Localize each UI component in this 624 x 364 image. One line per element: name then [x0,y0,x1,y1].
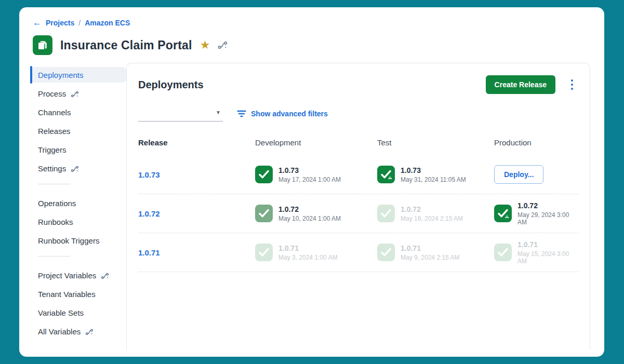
sidebar-item-runbook-triggers[interactable]: Runbook Triggers [30,233,126,248]
deployment-status-icon [494,205,512,222]
release-link[interactable]: 1.0.73 [138,170,255,179]
deployment-version: 1.0.71 [278,244,337,252]
deployment-status-icon [255,205,273,222]
create-release-button[interactable]: Create Release [486,75,555,94]
filter-row: ▼ Show advanced filters [138,108,578,122]
sidebar-item-triggers[interactable]: Triggers [30,142,126,157]
sidebar-item-project-variables[interactable]: Project Variables [30,267,126,283]
back-arrow-icon[interactable]: ← [33,18,42,27]
version-control-branch-icon [71,91,79,98]
version-control-branch-icon [101,273,109,279]
sidebar-item-label: Channels [38,108,71,117]
deployment-version: 1.0.71 [517,240,578,249]
show-advanced-filters[interactable]: Show advanced filters [237,110,328,118]
breadcrumb-current-link[interactable]: Amazon ECS [85,19,130,27]
development-cell[interactable]: 1.0.73May 17, 2024 1:00 AM [255,166,377,183]
production-cell[interactable]: 1.0.71May 15, 2024 3:00 AM [494,240,578,265]
deployment-date: May 29, 2024 3:00 AM [517,211,578,226]
sidebar-item-settings[interactable]: Settings [30,160,126,176]
app-frame: { "colors": { "frame_teal": "#0a7f93", "… [0,0,624,364]
version-control-branch-icon [71,166,79,172]
sidebar-divider [38,184,70,184]
filter-icon [237,110,246,117]
kebab-menu-icon[interactable] [569,77,575,92]
column-header-development: Development [255,138,377,147]
environment-select[interactable]: ▼ [138,108,223,122]
sidebar-item-operations[interactable]: Operations [30,195,126,211]
column-header-production: Production [494,138,578,147]
deployment-status-icon [255,244,273,261]
deployment-date: May 3, 2024 1:00 AM [278,254,337,261]
sidebar-item-all-variables[interactable]: All Variables [30,323,126,339]
deployment-status-icon [377,205,395,222]
deployment-date: May 9, 2024 2:15 AM [401,254,459,261]
deployment-date: May 31, 2024 11:05 AM [401,176,466,183]
development-cell[interactable]: 1.0.71May 3, 2024 1:00 AM [255,244,377,261]
deploy-button[interactable]: Deploy... [494,165,543,184]
test-cell[interactable]: 1.0.71May 9, 2024 2:15 AM [377,244,494,261]
column-header-test: Test [377,138,494,147]
deployment-status-icon [255,166,273,183]
deployment-version: 1.0.72 [517,201,578,210]
table-body: 1.0.731.0.73May 17, 2024 1:00 AM1.0.73Ma… [138,155,578,272]
sidebar-item-label: Runbooks [38,218,73,226]
breadcrumb-projects-link[interactable]: Projects [46,19,74,27]
sidebar-item-label: Tenant Variables [38,290,96,299]
sidebar-item-variable-sets[interactable]: Variable Sets [30,305,126,320]
breadcrumb: ← Projects / Amazon ECS [33,18,604,27]
sidebar-item-releases[interactable]: Releases [30,123,126,139]
app-canvas: ← Projects / Amazon ECS Insurance Claim … [19,7,604,357]
production-cell: Deploy... [494,165,578,184]
topbar: ← Projects / Amazon ECS Insurance Claim … [19,7,604,56]
panel-title: Deployments [138,79,486,91]
deployment-version: 1.0.72 [278,205,341,213]
sidebar-item-label: Triggers [38,145,66,154]
table-row: 1.0.731.0.73May 17, 2024 1:00 AM1.0.73Ma… [138,155,578,194]
deployment-info: 1.0.72May 29, 2024 3:00 AM [517,201,578,226]
sidebar-item-label: Releases [38,127,71,136]
sidebar-item-label: Project Variables [38,271,96,280]
production-cell[interactable]: 1.0.72May 29, 2024 3:00 AM [494,201,578,226]
deployment-status-icon [494,244,512,261]
sidebar-item-label: All Variables [38,327,81,336]
deployment-date: May 17, 2024 1:00 AM [278,176,341,183]
sidebar-item-label: Runbook Triggers [38,236,99,245]
table-row: 1.0.721.0.72May 10, 2024 1:00 AM1.0.72Ma… [138,194,578,233]
version-control-branch-icon [85,329,94,335]
deployment-date: May 10, 2024 1:00 AM [278,215,341,222]
release-link[interactable]: 1.0.71 [138,248,255,257]
deployment-info: 1.0.73May 31, 2024 11:05 AM [401,166,466,183]
deployment-info: 1.0.71May 15, 2024 3:00 AM [517,240,578,265]
project-icon [33,35,52,55]
deployments-panel: Deployments Create Release ▼ [126,63,590,350]
sidebar-item-channels[interactable]: Channels [30,104,126,120]
test-cell[interactable]: 1.0.72May 16, 2024 2:15 AM [377,205,494,222]
deployment-info: 1.0.72May 16, 2024 2:15 AM [401,205,463,222]
project-title-row: Insurance Claim Portal ★ [33,35,604,56]
panel-header: Deployments Create Release [138,63,578,94]
sidebar-item-runbooks[interactable]: Runbooks [30,214,126,230]
deployment-status-icon [377,166,395,183]
deployment-info: 1.0.71May 9, 2024 2:15 AM [401,244,459,261]
pages-icon [37,39,48,51]
sidebar-item-label: Operations [38,199,76,208]
sidebar: DeploymentsProcessChannelsReleasesTrigge… [19,63,126,350]
breadcrumb-separator: / [78,19,81,27]
sidebar-item-tenant-variables[interactable]: Tenant Variables [30,286,126,302]
sidebar-item-deployments[interactable]: Deployments [30,67,126,83]
deployment-version: 1.0.72 [401,205,463,213]
test-cell[interactable]: 1.0.73May 31, 2024 11:05 AM [377,166,494,183]
favorite-star-icon[interactable]: ★ [200,39,210,51]
sidebar-item-label: Process [38,89,66,98]
show-advanced-filters-label: Show advanced filters [251,110,328,118]
development-cell[interactable]: 1.0.72May 10, 2024 1:00 AM [255,205,377,222]
deployment-version: 1.0.71 [401,244,459,252]
release-link[interactable]: 1.0.72 [138,209,255,218]
deployment-date: May 16, 2024 2:15 AM [401,215,463,222]
deployment-version: 1.0.73 [401,166,466,174]
deployment-version: 1.0.73 [278,166,341,174]
version-control-branch-icon[interactable] [218,41,228,49]
sidebar-item-label: Settings [38,164,66,173]
sidebar-item-process[interactable]: Process [30,86,126,101]
page-title: Insurance Claim Portal [60,38,192,52]
